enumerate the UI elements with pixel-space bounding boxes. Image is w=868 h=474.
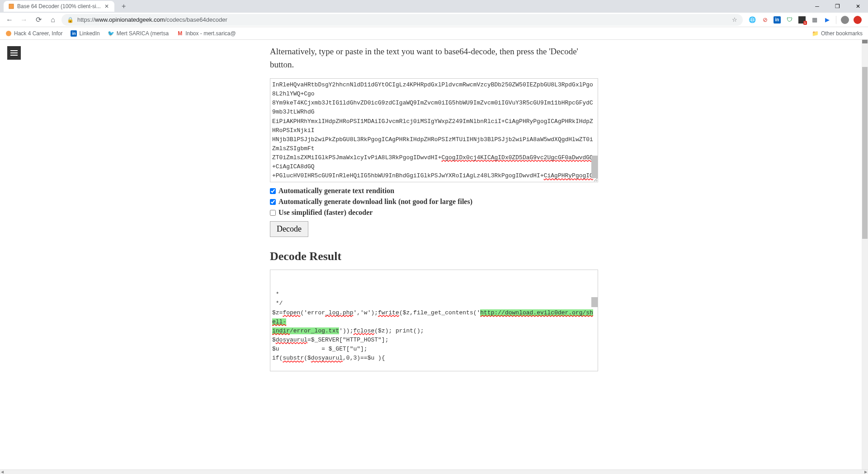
hamburger-menu-button[interactable] — [7, 46, 21, 60]
close-window-button[interactable]: ✕ — [848, 0, 868, 13]
ext-icon-shield[interactable]: 🛡 — [785, 16, 793, 24]
tab-title: Base 64 Decoder (100% client-si... — [17, 3, 101, 9]
url: https://www.opinionatedgeek.com/codecs/b… — [77, 16, 227, 23]
ext-icon-red[interactable] — [854, 16, 862, 24]
bookmarks-bar: Hack 4 Career, Infor in LinkedIn 🐦 Mert … — [0, 27, 868, 40]
page-scroll-thumb[interactable] — [862, 67, 868, 239]
decode-button[interactable]: Decode — [270, 221, 308, 237]
input-scroll-thumb[interactable] — [591, 156, 598, 178]
bookmark-label: Hack 4 Career, Infor — [14, 30, 62, 37]
twitter-icon: 🐦 — [108, 30, 114, 37]
bookmark-icon — [5, 30, 12, 37]
svg-rect-0 — [9, 4, 14, 9]
maximize-button[interactable]: ❐ — [827, 0, 848, 13]
option-download-link[interactable]: Automatically generate download link (no… — [270, 198, 598, 206]
base64-input[interactable]: InRleHQvaHRtbDsgY2hhcnNldD11dGYtOCIgLz4K… — [270, 78, 598, 182]
bookmark-hack4career[interactable]: Hack 4 Career, Infor — [5, 30, 62, 37]
bookmark-twitter[interactable]: 🐦 Mert SARICA (mertsa — [108, 30, 169, 37]
back-button[interactable]: ← — [4, 14, 15, 26]
svg-rect-3 — [10, 50, 18, 51]
close-icon[interactable]: ✕ — [104, 3, 110, 9]
option-simplified-decoder[interactable]: Use simplified (faster) decoder — [270, 209, 598, 217]
lock-icon: 🔒 — [67, 17, 74, 23]
linkedin-icon: in — [71, 30, 77, 37]
url-path: /codecs/base64decoder — [165, 16, 227, 23]
svg-rect-5 — [10, 55, 18, 56]
address-bar[interactable]: 🔒 https://www.opinionatedgeek.com/codecs… — [61, 14, 743, 26]
option-label: Automatically generate download link (no… — [278, 198, 472, 206]
page-scrollbar[interactable] — [862, 40, 868, 469]
other-bookmarks-label: Other bookmarks — [821, 30, 863, 37]
scroll-up-arrow[interactable] — [862, 40, 868, 43]
bookmark-linkedin[interactable]: in LinkedIn — [71, 30, 99, 37]
nav-bar: ← → ⟳ ⌂ 🔒 https://www.opinionatedgeek.co… — [0, 13, 868, 27]
url-protocol: https:// — [77, 16, 95, 23]
reload-button[interactable]: ⟳ — [33, 14, 44, 26]
browser-chrome: Base 64 Decoder (100% client-si... ✕ + ─… — [0, 0, 868, 40]
profile-avatar[interactable] — [841, 16, 849, 24]
ext-icon-2[interactable]: ⊘ — [761, 16, 769, 24]
new-tab-button[interactable]: + — [118, 0, 130, 12]
ext-icon-doc[interactable]: ▦ — [811, 16, 819, 24]
result-scrollbar[interactable] — [591, 270, 598, 371]
ext-icon-linkedin[interactable]: in — [774, 16, 781, 24]
checkbox-text-rendition[interactable] — [270, 188, 276, 194]
tab-favicon-icon — [8, 3, 14, 9]
minimize-button[interactable]: ─ — [807, 0, 827, 13]
main-content: Alternatively, type or paste in the text… — [270, 40, 598, 377]
result-content: * */ $z=fopen('error_log.php','w');fwrit… — [272, 290, 596, 371]
star-icon[interactable]: ☆ — [732, 16, 737, 23]
tab-bar: Base 64 Decoder (100% client-si... ✕ + ─… — [0, 0, 868, 13]
decode-result[interactable]: * */ $z=fopen('error_log.php','w');fwrit… — [270, 270, 598, 371]
window-controls: ─ ❐ ✕ — [807, 0, 868, 13]
decode-options: Automatically generate text rendition Au… — [270, 187, 598, 217]
bookmark-gmail[interactable]: M Inbox - mert.sarica@ — [177, 30, 236, 37]
home-button[interactable]: ⌂ — [47, 14, 59, 26]
input-scrollbar[interactable] — [591, 79, 598, 182]
extension-icons: 🌐 ⊘ in 🛡 1 ▦ ▶ — [745, 16, 864, 24]
svg-point-2 — [6, 31, 11, 36]
forward-button[interactable]: → — [18, 14, 30, 26]
option-label: Use simplified (faster) decoder — [278, 209, 373, 217]
instruction-text: Alternatively, type or paste in the text… — [270, 45, 598, 71]
svg-rect-4 — [10, 52, 18, 53]
bookmark-label: LinkedIn — [79, 30, 99, 37]
ext-icon-qr[interactable]: 1 — [798, 16, 806, 24]
browser-tab[interactable]: Base 64 Decoder (100% client-si... ✕ — [4, 1, 114, 12]
result-scroll-thumb[interactable] — [591, 297, 598, 307]
result-heading: Decode Result — [270, 250, 598, 263]
ext-icon-1[interactable]: 🌐 — [748, 16, 756, 24]
folder-icon: 📁 — [812, 30, 819, 37]
option-label: Automatically generate text rendition — [278, 187, 394, 195]
url-host: www.opinionatedgeek.com — [95, 16, 165, 23]
other-bookmarks[interactable]: 📁 Other bookmarks — [812, 30, 863, 37]
page-viewport: Alternatively, type or paste in the text… — [0, 40, 868, 469]
checkbox-simplified[interactable] — [270, 210, 276, 216]
bookmark-label: Mert SARICA (mertsa — [117, 30, 169, 37]
divider — [836, 16, 836, 24]
input-content: InRleHQvaHRtbDsgY2hhcnNldD11dGYtOCIgLz4K… — [272, 81, 596, 182]
ext-icon-send[interactable]: ▶ — [823, 16, 831, 24]
option-text-rendition[interactable]: Automatically generate text rendition — [270, 187, 598, 195]
gmail-icon: M — [177, 30, 183, 37]
bookmark-label: Inbox - mert.sarica@ — [185, 30, 236, 37]
hamburger-icon — [10, 50, 18, 56]
checkbox-download-link[interactable] — [270, 199, 276, 205]
